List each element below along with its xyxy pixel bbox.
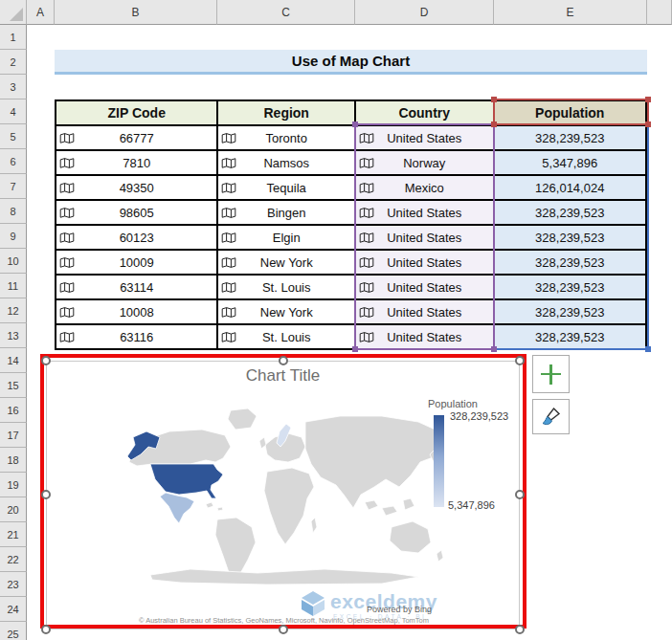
population-cell[interactable]: 328,239,523 (495, 300, 647, 325)
region-cell[interactable]: New York (218, 251, 356, 276)
row-header-10[interactable]: 10 (0, 249, 27, 274)
cell-value: 10008 (120, 305, 154, 320)
header-region[interactable]: Region (218, 101, 356, 126)
row-header-2[interactable]: 2 (0, 50, 27, 75)
cell-value: 66777 (120, 131, 154, 145)
chart-title[interactable]: Chart Title (47, 366, 519, 386)
column-header-E[interactable]: E (494, 0, 647, 25)
chart-resize-handle[interactable] (41, 356, 51, 365)
country-cell[interactable]: Norway (356, 151, 495, 176)
row-header-25[interactable]: 25 (0, 622, 27, 640)
region-cell[interactable]: New York (218, 300, 356, 325)
cell-value: Tequila (267, 181, 306, 195)
population-cell[interactable]: 126,014,024 (495, 176, 647, 201)
row-header-21[interactable]: 21 (0, 522, 27, 547)
header-country[interactable]: Country (356, 101, 495, 126)
country-cell[interactable]: United States (356, 300, 495, 325)
region-cell[interactable]: St. Louis (218, 325, 356, 350)
row-header-8[interactable]: 8 (0, 199, 27, 224)
column-header-partial[interactable] (647, 0, 672, 25)
population-cell[interactable]: 328,239,523 (495, 325, 647, 350)
column-header-B[interactable]: B (55, 0, 217, 25)
cell-value: 63116 (120, 330, 153, 344)
column-header-D[interactable]: D (355, 0, 494, 25)
row-header-14[interactable]: 14 (0, 348, 27, 373)
row-header-5[interactable]: 5 (0, 124, 27, 149)
zip-code-cell[interactable]: 63116 (56, 325, 218, 350)
country-cell[interactable]: United States (356, 276, 495, 300)
table-row: 7810NamsosNorway5,347,896 (56, 151, 647, 176)
chart-resize-handle[interactable] (41, 490, 51, 499)
population-cell[interactable]: 328,239,523 (495, 201, 647, 226)
country-cell[interactable]: United States (356, 226, 495, 251)
region-cell[interactable]: Bingen (218, 201, 356, 226)
row-header-13[interactable]: 13 (0, 323, 27, 348)
zip-code-cell[interactable]: 66777 (56, 126, 218, 151)
row-header-24[interactable]: 24 (0, 597, 27, 622)
row-header-17[interactable]: 17 (0, 423, 27, 448)
zip-code-cell[interactable]: 10009 (56, 251, 218, 276)
country-cell[interactable]: Mexico (356, 176, 495, 201)
chart-styles-button[interactable] (532, 399, 570, 434)
powered-by-bing-label: Powered by Bing (367, 605, 432, 614)
row-header-15[interactable]: 15 (0, 373, 27, 398)
cell-value: Elgin (273, 231, 301, 245)
row-header-19[interactable]: 19 (0, 473, 27, 497)
region-cell[interactable]: St. Louis (218, 276, 356, 300)
row-header-9[interactable]: 9 (0, 224, 27, 249)
zip-code-cell[interactable]: 60123 (56, 226, 218, 251)
world-map[interactable] (123, 405, 449, 586)
zip-code-cell[interactable]: 49350 (56, 176, 218, 201)
cell-value: United States (387, 206, 461, 220)
region-cell[interactable]: Elgin (218, 226, 356, 251)
population-cell[interactable]: 328,239,523 (495, 126, 647, 151)
chart-resize-handle[interactable] (41, 625, 51, 634)
row-header-23[interactable]: 23 (0, 572, 27, 597)
row-header-12[interactable]: 12 (0, 298, 27, 323)
row-header-22[interactable]: 22 (0, 547, 27, 572)
country-cell[interactable]: United States (356, 126, 495, 151)
region-cell[interactable]: Toronto (218, 126, 356, 151)
chart-resize-handle[interactable] (515, 356, 525, 365)
zip-code-cell[interactable]: 63114 (56, 276, 218, 300)
cell-value: 98605 (120, 206, 154, 220)
select-all-corner[interactable] (0, 0, 27, 25)
country-cell[interactable]: United States (356, 325, 495, 350)
row-header-16[interactable]: 16 (0, 398, 27, 423)
chart-resize-handle[interactable] (279, 625, 288, 634)
worksheet-title-cell[interactable]: Use of Map Chart (55, 50, 647, 75)
country-cell[interactable]: United States (356, 251, 495, 276)
population-cell[interactable]: 328,239,523 (495, 226, 647, 251)
header-zip-code[interactable]: ZIP Code (56, 101, 218, 126)
legend-gradient-bar[interactable] (434, 415, 444, 507)
chart-resize-handle[interactable] (279, 356, 288, 365)
map-chart[interactable]: Chart Title (46, 361, 520, 629)
row-header-3[interactable]: 3 (0, 75, 27, 99)
region-cell[interactable]: Namsos (218, 151, 356, 176)
cell-value: 60123 (120, 231, 154, 245)
zip-code-cell[interactable]: 10008 (56, 300, 218, 325)
population-cell[interactable]: 328,239,523 (495, 276, 647, 300)
chart-resize-handle[interactable] (515, 625, 525, 634)
country-cell[interactable]: United States (356, 201, 495, 226)
population-cell[interactable]: 328,239,523 (495, 251, 647, 276)
header-population[interactable]: Population (495, 101, 647, 126)
region-cell[interactable]: Tequila (218, 176, 356, 201)
row-header-6[interactable]: 6 (0, 149, 27, 174)
cell-value: 63114 (120, 280, 153, 295)
legend-title[interactable]: Population (428, 398, 478, 409)
column-header-C[interactable]: C (217, 0, 355, 25)
row-header-11[interactable]: 11 (0, 274, 27, 298)
column-header-A[interactable]: A (27, 0, 55, 25)
row-header-20[interactable]: 20 (0, 497, 27, 522)
zip-code-cell[interactable]: 98605 (56, 201, 218, 226)
zip-code-cell[interactable]: 7810 (56, 151, 218, 176)
row-header-4[interactable]: 4 (0, 99, 27, 124)
row-header-1[interactable]: 1 (0, 25, 27, 50)
chart-elements-button[interactable] (532, 355, 570, 393)
row-header-7[interactable]: 7 (0, 174, 27, 199)
row-header-18[interactable]: 18 (0, 448, 27, 473)
chart-resize-handle[interactable] (515, 490, 525, 499)
population-cell[interactable]: 5,347,896 (495, 151, 647, 176)
table-row: 63116St. LouisUnited States328,239,523 (56, 325, 647, 350)
